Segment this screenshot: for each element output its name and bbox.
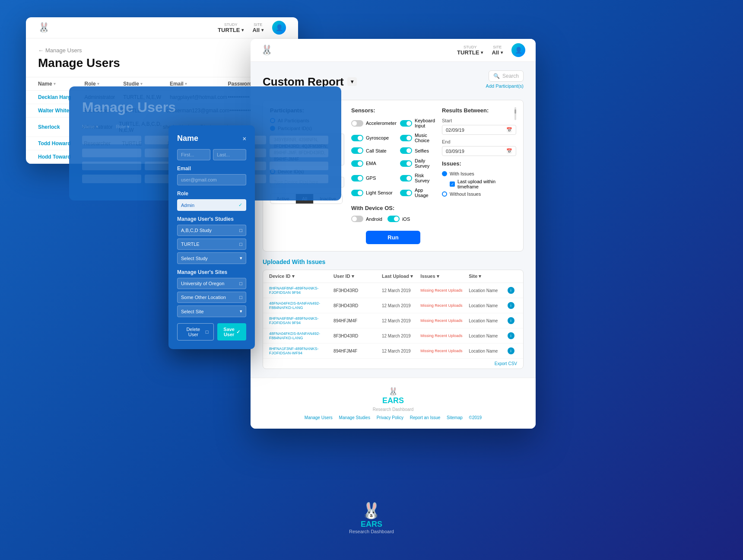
col-site[interactable]: Site ▾ [469,274,507,279]
cr-site-dropdown[interactable]: Site All ▾ [492,45,503,56]
cr-site-value: All ▾ [492,49,503,56]
date-cell: 12 March 2019 [382,349,420,353]
toggle-keyboard[interactable] [400,120,412,127]
toggle-gps[interactable] [351,175,363,181]
info-icon[interactable]: i [508,347,514,354]
col-info [508,274,517,279]
delete-label: Delete User [183,327,204,337]
sensor-gyroscope: Gyroscope [351,133,397,143]
user-avatar[interactable]: 👤 [272,21,286,35]
toggle-music[interactable] [400,135,412,141]
site-tag-remove[interactable]: □ [239,281,242,286]
site-dropdown[interactable]: Site All ▾ [252,22,264,33]
sites-section-label: Manage User's Sites [177,269,246,275]
date-cell: 12 March 2019 [382,288,420,293]
back-link[interactable]: ← Manage Users [38,47,286,54]
role-select[interactable]: Admin ✓ [177,199,246,211]
col-name[interactable]: Name ▾ [38,81,85,87]
search-icon: 🔍 [493,73,500,79]
toggle-gyroscope[interactable] [351,135,363,141]
without-issues-option[interactable]: Without Issues [442,191,516,197]
toggle-ema[interactable] [351,160,363,167]
site-value: All ▾ [252,27,264,33]
study-tag-remove[interactable]: □ [239,228,242,233]
save-user-button[interactable]: Save User ✓ [217,323,246,340]
calendar-icon[interactable]: 📅 [506,127,512,133]
toggle-daily-survey[interactable] [400,160,412,167]
calendar-icon[interactable]: 📅 [506,148,512,154]
info-icon[interactable]: i [508,287,514,294]
col-last-upload[interactable]: Last Upload ▾ [382,274,420,279]
add-participant-link[interactable]: Add Participant(s) [486,83,524,89]
info-icon[interactable]: i [508,302,514,309]
footer-manage-users[interactable]: Manage Users [305,415,333,420]
email-section-label: Email [177,165,246,172]
checkbox-last-upload[interactable]: ✓ [450,181,455,187]
cr-search-box[interactable]: 🔍 Search [489,70,524,82]
info-icon[interactable]: i [508,317,514,324]
radio-without-issues[interactable] [442,191,447,197]
col-role[interactable]: Role ▾ [85,81,124,87]
toggle-call[interactable] [351,147,363,154]
ears-bottom-logo: 🐰 EARS Research Dashboard [349,502,394,534]
table-row: 8HFNA1F3NF-489FNANKS-FJOFIDSAN-WF94 894H… [263,344,523,359]
run-button[interactable]: Run [366,231,420,244]
site-label: Site [254,22,262,27]
table-row: 48FNA04FKDS-8ANFAN492-F884NAFKD-LANG 8F3… [263,298,523,313]
os-ios: iOS [387,216,410,222]
select-site-label: Select Site [181,309,204,314]
os-android: Android [351,216,382,222]
export-csv-link[interactable]: Export CSV [263,359,523,369]
info-icon[interactable]: i [508,332,514,339]
toggle-light[interactable] [351,190,363,196]
footer-privacy[interactable]: Privacy Policy [377,415,403,420]
col-device-id[interactable]: Device ID ▾ [269,274,333,279]
end-date-input[interactable]: 03/09/19 📅 [442,146,516,156]
cr-navbar: 🐰 Study TURTLE ▾ Site All ▾ 👤 [251,39,536,62]
modal-title: Name [177,134,198,143]
cr-study-dropdown[interactable]: Study TURTLE ▾ [457,45,483,56]
toggle-ios[interactable] [387,216,400,222]
location-cell: Location Name [469,334,507,338]
modal-close-button[interactable]: × [243,135,246,142]
col-email[interactable]: Email ▾ [170,81,228,87]
toggle-accelerometer[interactable] [351,120,363,127]
results-title: Results Between: [442,107,516,114]
start-date-input[interactable]: 02/09/19 📅 [442,125,516,135]
study-tag-remove[interactable]: □ [239,242,242,247]
sensors-column: Sensors: Accelerometer Keyboard Input [351,107,435,225]
footer-sitemap[interactable]: Sitemap [447,415,463,420]
select-study-dropdown[interactable]: Select Study ▾ [177,252,246,264]
ears-rabbit-icon: 🐰 [349,502,394,520]
first-name-input[interactable] [177,149,210,160]
col-studie[interactable]: Studie ▾ [123,81,170,87]
check-icon: ✓ [238,202,242,208]
footer-manage-studies[interactable]: Manage Studies [339,415,370,420]
toggle-selfies[interactable] [400,147,412,154]
toggle-android[interactable] [351,216,363,222]
cr-user-avatar[interactable]: 👤 [511,43,525,57]
site-tag-remove[interactable]: □ [239,295,242,300]
last-name-input[interactable] [213,149,246,160]
toggle-risk-survey[interactable] [400,175,412,181]
device-id-cell: 8HFNA6F8NF-489FNANKS-FJOFIDSAN 9F94 [269,316,333,325]
footer-report-issue[interactable]: Report an Issue [410,415,441,420]
col-user-id[interactable]: User ID ▾ [333,274,382,279]
user-id-cell: 8F3HD43RD [333,288,382,293]
cr-footer: 🐰 EARS Research Dashboard Manage Users M… [251,378,536,429]
with-issues-option[interactable]: With Issues [442,171,516,176]
table-row: 48FNA04FKDS-8ANFAN492-F884NAFKD-LANG 8F3… [263,328,523,344]
toggle-app-usage[interactable] [400,190,412,196]
role-section-label: Role [177,191,246,197]
email-input[interactable] [177,174,246,185]
cr-title-dropdown[interactable]: ▾ [347,77,357,86]
modal-footer: Delete User □ Save User ✓ [177,323,246,340]
radio-with-issues[interactable] [442,171,447,176]
delete-user-button[interactable]: Delete User □ [177,323,214,340]
last-upload-option[interactable]: ✓ Last upload within timeframe [450,179,516,189]
col-issues[interactable]: Issues ▾ [420,274,469,279]
location-cell: Location Name [469,288,507,293]
study-dropdown[interactable]: Study TURTLE ▾ [218,22,244,33]
select-site-dropdown[interactable]: Select Site ▾ [177,305,246,317]
end-label: End [442,139,516,144]
